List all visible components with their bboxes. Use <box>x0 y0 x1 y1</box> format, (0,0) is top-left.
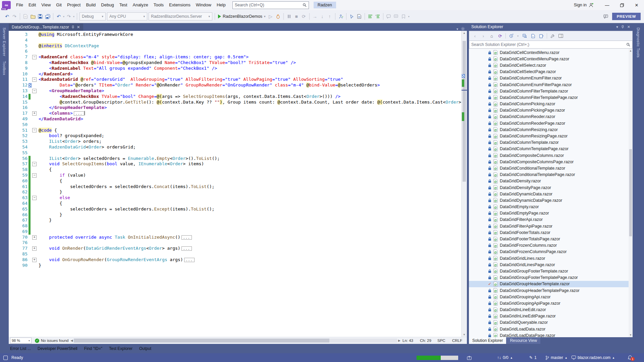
hot-reload-icon[interactable] <box>274 13 282 20</box>
background-tasks-icon[interactable] <box>3 353 8 362</box>
file-item[interactable]: @DataGridDensity.razor <box>469 178 633 184</box>
step-out-icon[interactable]: ↑ <box>326 13 333 20</box>
file-item[interactable]: @DataGridInLineEdit.razor <box>469 307 633 313</box>
open-file-icon[interactable] <box>29 13 37 20</box>
properties-wrench-icon[interactable] <box>549 33 555 39</box>
panel-tab-test-explorer[interactable]: Test Explorer <box>109 346 132 351</box>
publish-icon[interactable] <box>467 353 472 362</box>
collapsed-region-box[interactable]: ... <box>184 258 195 262</box>
new-project-icon[interactable] <box>22 13 29 20</box>
file-item[interactable]: @DataGridColumnResizingPage.razor <box>469 133 633 139</box>
fold-margin[interactable]: − <box>31 173 38 178</box>
fold-collapse-icon[interactable]: − <box>32 128 37 132</box>
solution-explorer-title-bar[interactable]: Solution Explorer ▾ ✕ <box>469 23 633 31</box>
fold-margin[interactable]: − <box>31 54 38 60</box>
bookmark-icon[interactable] <box>400 13 407 20</box>
restart-icon[interactable]: ⟳ <box>300 13 308 20</box>
panel-options-dropdown-icon[interactable]: ▾ <box>616 25 618 29</box>
save-icon[interactable] <box>37 13 44 20</box>
menu-extensions[interactable]: Extensions <box>166 0 193 10</box>
tab-list-dropdown-icon[interactable]: ▾ <box>457 27 458 31</box>
file-item[interactable]: @DataGridDynamicDataPage.razor <box>469 197 633 203</box>
git-branch-selector[interactable]: master ▲ <box>545 353 568 362</box>
menu-project[interactable]: Project <box>64 0 83 10</box>
preview-selected-items-icon[interactable] <box>558 33 564 39</box>
file-item[interactable]: @DataGridColumnReoder.razor <box>469 114 633 120</box>
side-tab-toolbox[interactable]: Toolbox <box>2 61 6 75</box>
fold-margin[interactable]: − <box>31 161 38 167</box>
file-item[interactable]: @DataGridGridLines.razor <box>469 255 633 261</box>
format-document-icon[interactable] <box>374 13 381 20</box>
file-item[interactable]: @DataGridColumnReoderPage.razor <box>469 120 633 126</box>
fold-margin[interactable]: + <box>31 257 38 263</box>
side-tab-diagnostic-tools[interactable]: Diagnostic Tools <box>636 27 640 58</box>
file-item[interactable]: @DataGridDensityPage.razor <box>469 184 633 191</box>
menu-test[interactable]: Test <box>117 0 130 10</box>
git-sync-status[interactable]: ↑↓ 0/0 ▲ <box>497 353 513 362</box>
scrollbar-thumb[interactable] <box>629 149 632 236</box>
menu-build[interactable]: Build <box>83 0 98 10</box>
forward-icon[interactable]: › <box>480 33 486 39</box>
save-all-icon[interactable] <box>44 13 51 20</box>
collapsed-region-box[interactable]: ... <box>74 111 84 116</box>
zoom-level-dropdown[interactable]: 98 %▾ <box>10 338 32 344</box>
panel-tab-developer-powershell[interactable]: Developer PowerShell <box>38 346 77 351</box>
file-item[interactable]: @DataGridColumnEnumFilter.razor <box>469 75 633 81</box>
panel-tab-error-list-[interactable]: Error List ... <box>10 346 31 351</box>
preview-button[interactable]: PREVIEW <box>612 13 641 20</box>
navigate-forward-button[interactable]: ↷ <box>11 13 18 20</box>
file-item[interactable]: @DataGridColumnResizing.razor <box>469 126 633 133</box>
file-item[interactable]: @DataGridColumnTemplatePage.razor <box>469 146 633 152</box>
document-tab[interactable]: DataGridGroup...Template.razor ✕ <box>9 23 83 31</box>
fold-margin[interactable]: − <box>31 77 38 82</box>
file-item[interactable]: @DataGridCellSelectPage.razor <box>469 69 633 75</box>
fold-expand-icon[interactable]: + <box>32 258 37 262</box>
sync-with-active-document-icon[interactable]: ⟳ <box>497 33 503 39</box>
menu-window[interactable]: Window <box>193 0 214 10</box>
menu-debug[interactable]: Debug <box>98 0 116 10</box>
pause-icon[interactable] <box>285 13 293 20</box>
solution-search-input[interactable]: Search Solution Explorer (Ctrl+;) <box>469 41 633 49</box>
sync-selection-icon[interactable] <box>538 33 544 39</box>
scroll-down-icon[interactable]: ▼ <box>462 333 467 336</box>
redo-dropdown[interactable]: ▾ <box>72 13 75 20</box>
indent-lines-icon[interactable] <box>367 13 374 20</box>
start-without-debugging-icon[interactable]: ▷ <box>267 13 274 20</box>
file-item[interactable]: @DataGridGroupingApi.razor <box>469 294 633 300</box>
file-item[interactable]: @DataGridCellSelect.razor <box>469 62 633 68</box>
file-item[interactable]: @DataGridColumnPicking.razor <box>469 101 633 107</box>
step-over-icon[interactable]: → <box>311 13 319 20</box>
file-item[interactable]: @DataGridDynamicData.razor <box>469 191 633 197</box>
fold-margin[interactable]: + <box>31 246 38 251</box>
collapse-all-icon[interactable] <box>522 33 528 39</box>
file-item[interactable]: @DataGridCompositeColumns.razor <box>469 152 633 159</box>
tab-solution-explorer[interactable]: Solution Explorer <box>469 337 506 344</box>
step-into-icon[interactable]: ↓ <box>319 13 326 20</box>
undo-button[interactable]: ↶ <box>55 13 62 20</box>
send-feedback-icon[interactable] <box>602 13 609 20</box>
collapsed-region-box[interactable]: ... <box>181 246 192 251</box>
fold-collapse-icon[interactable]: − <box>32 162 37 166</box>
menu-file[interactable]: File <box>13 0 26 10</box>
bookmark-dropdown[interactable]: ▾ <box>407 13 411 20</box>
side-tab-server-explorer[interactable]: Server Explorer <box>2 27 6 56</box>
file-item[interactable]: @DataGridFooterTotals.razor <box>469 229 633 236</box>
file-item[interactable]: @DataGridFilterApiPage.razor <box>469 223 633 229</box>
show-all-files-icon[interactable] <box>530 33 536 39</box>
close-button[interactable]: ✕ <box>629 0 644 10</box>
panel-tab-find-id-[interactable]: Find "ID=" <box>84 346 102 351</box>
menu-edit[interactable]: Edit <box>26 0 39 10</box>
file-item[interactable]: @DataGridConditionalTemplatePage.razor <box>469 172 633 178</box>
file-item[interactable]: @DataGridLoadDataPage.razor <box>469 332 633 337</box>
fold-collapse-icon[interactable]: − <box>32 89 37 93</box>
file-item[interactable]: @DataGridEmptyPage.razor <box>469 210 633 217</box>
file-item[interactable]: @DataGridFooterTotalsPage.razor <box>469 236 633 242</box>
menu-git[interactable]: Git <box>53 0 64 10</box>
minimize-button[interactable]: — <box>600 0 614 10</box>
comment-icon[interactable] <box>385 13 392 20</box>
maximize-button[interactable] <box>614 0 629 10</box>
solution-platform-dropdown[interactable]: Any CPU▾ <box>107 12 147 20</box>
file-item[interactable]: @DataGridGroupFooterTemplatePage.razor <box>469 275 633 281</box>
navigate-back-button[interactable]: ↶ <box>3 13 11 20</box>
fold-expand-icon[interactable]: + <box>32 235 37 240</box>
